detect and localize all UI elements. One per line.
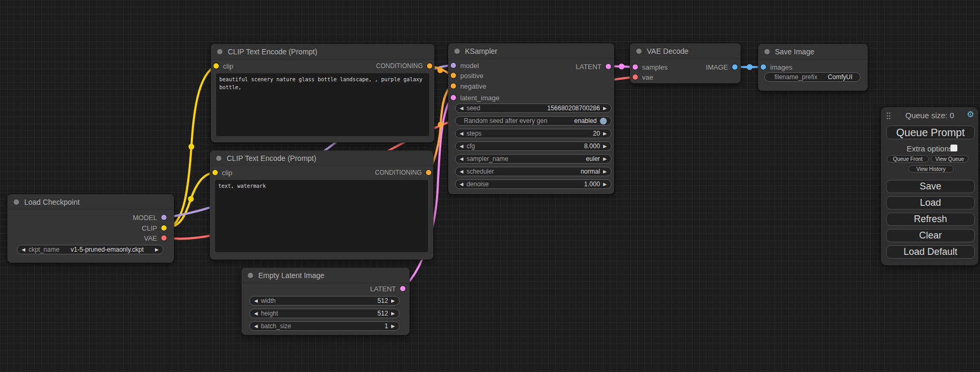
extra-options-label: Extra options: [881, 144, 978, 153]
model-output-port[interactable]: [161, 215, 167, 220]
output-label: CONDITIONING: [376, 62, 423, 70]
collapse-dot-icon[interactable]: [764, 49, 770, 54]
node-clip-text-encode-positive[interactable]: CLIP Text Encode (Prompt) clip CONDITION…: [211, 44, 434, 142]
link-dot-clip-1[interactable]: [189, 144, 195, 150]
height-widget[interactable]: ◀ height 512 ▶: [249, 309, 400, 318]
latent-output-port[interactable]: [400, 286, 405, 291]
decrement-arrow-icon[interactable]: ◀: [460, 131, 463, 136]
collapse-dot-icon[interactable]: [216, 156, 221, 161]
samples-input-port[interactable]: [633, 64, 638, 70]
vae-input-port[interactable]: [633, 74, 638, 80]
increment-arrow-icon[interactable]: ▶: [603, 169, 607, 174]
increment-arrow-icon[interactable]: ▶: [391, 324, 395, 329]
collapse-dot-icon[interactable]: [454, 49, 460, 54]
node-ksampler[interactable]: KSampler model positive negative latent_…: [448, 43, 614, 194]
increment-arrow-icon[interactable]: ▶: [603, 157, 607, 161]
decrement-arrow-icon[interactable]: ◀: [22, 247, 25, 252]
extra-options-checkbox[interactable]: [950, 145, 957, 151]
cfg-widget[interactable]: ◀ cfg 8.000 ▶: [455, 141, 612, 151]
increment-arrow-icon[interactable]: ▶: [603, 182, 607, 187]
increment-arrow-icon[interactable]: ▶: [155, 247, 159, 252]
node-title-bar[interactable]: CLIP Text Encode (Prompt): [211, 44, 434, 60]
node-load-checkpoint[interactable]: Load Checkpoint MODEL CLIP VAE ◀ ckpt_na…: [7, 194, 174, 263]
decrement-arrow-icon[interactable]: ◀: [254, 311, 258, 316]
link-dot-image[interactable]: [747, 64, 753, 70]
model-input-port[interactable]: [451, 63, 456, 68]
seed-widget[interactable]: ◀ seed 156680208700286 ▶: [455, 103, 612, 113]
node-title: Empty Latent Image: [258, 271, 324, 280]
collapse-dot-icon[interactable]: [248, 273, 253, 278]
node-title-bar[interactable]: VAE Decode: [630, 43, 741, 59]
images-input-port[interactable]: [761, 64, 766, 70]
node-title-bar[interactable]: Save Image: [758, 44, 868, 60]
denoise-widget[interactable]: ◀ denoise 1.000 ▶: [455, 179, 612, 189]
toggle-dot-icon[interactable]: [600, 118, 607, 125]
decrement-arrow-icon[interactable]: ◀: [460, 144, 463, 149]
node-vae-decode[interactable]: VAE Decode samples vae IMAGE: [630, 43, 741, 83]
link-dot-clip-2[interactable]: [188, 196, 194, 202]
collapse-dot-icon[interactable]: [636, 49, 642, 54]
random-seed-toggle-widget[interactable]: Random seed after every gen enabled: [455, 116, 612, 126]
conditioning-output-port[interactable]: [427, 63, 432, 69]
node-title: CLIP Text Encode (Prompt): [228, 47, 317, 56]
clip-output-port[interactable]: [161, 225, 167, 231]
link-dot-conditioning-2[interactable]: [438, 122, 444, 128]
negative-input-port[interactable]: [451, 83, 456, 89]
increment-arrow-icon[interactable]: ▶: [391, 299, 395, 303]
increment-arrow-icon[interactable]: ▶: [603, 106, 607, 111]
clip-input-port[interactable]: [214, 63, 219, 69]
batch-size-widget[interactable]: ◀ batch_size 1 ▶: [249, 321, 400, 331]
save-button[interactable]: Save: [886, 180, 975, 193]
node-title-bar[interactable]: KSampler: [448, 43, 614, 59]
node-title-bar[interactable]: Empty Latent Image: [241, 268, 410, 283]
node-save-image[interactable]: Save Image images filename_prefix ComfyU…: [758, 44, 868, 91]
decrement-arrow-icon[interactable]: ◀: [460, 169, 463, 174]
clear-button[interactable]: Clear: [886, 229, 975, 242]
drag-handle-icon[interactable]: [886, 112, 891, 120]
refresh-button[interactable]: Refresh: [886, 213, 975, 226]
decrement-arrow-icon[interactable]: ◀: [254, 324, 258, 329]
load-default-button[interactable]: Load Default: [886, 245, 975, 259]
decrement-arrow-icon[interactable]: ◀: [460, 157, 463, 161]
steps-widget[interactable]: ◀ steps 20 ▶: [455, 129, 612, 138]
node-title-bar[interactable]: Load Checkpoint: [7, 194, 174, 210]
width-widget[interactable]: ◀ width 512 ▶: [249, 296, 400, 306]
increment-arrow-icon[interactable]: ▶: [603, 144, 607, 149]
prompt-textarea[interactable]: beautiful scenery nature glass bottle la…: [216, 73, 429, 136]
link-dot-conditioning-1[interactable]: [438, 68, 443, 73]
load-button[interactable]: Load: [886, 196, 975, 209]
node-title: Save Image: [775, 47, 814, 56]
comfyui-canvas[interactable]: { "icons": { "left_arrow": "◀", "right_a…: [0, 0, 980, 372]
node-clip-text-encode-negative[interactable]: CLIP Text Encode (Prompt) clip CONDITION…: [210, 150, 433, 260]
collapse-dot-icon[interactable]: [217, 49, 222, 54]
output-label: CLIP: [142, 224, 157, 232]
decrement-arrow-icon[interactable]: ◀: [460, 182, 463, 187]
node-title-bar[interactable]: CLIP Text Encode (Prompt): [210, 150, 433, 166]
output-label: LATENT: [370, 285, 396, 293]
vae-output-port[interactable]: [161, 235, 167, 241]
collapse-dot-icon[interactable]: [14, 199, 19, 205]
decrement-arrow-icon[interactable]: ◀: [254, 299, 258, 303]
positive-input-port[interactable]: [451, 73, 456, 78]
gear-icon[interactable]: ⚙: [967, 109, 974, 119]
link-dot-latent[interactable]: [619, 64, 625, 70]
ckpt-name-widget[interactable]: ◀ ckpt_name v1-5-pruned-emaonly.ckpt ▶: [17, 245, 163, 254]
queue-prompt-button[interactable]: Queue Prompt: [886, 126, 975, 139]
increment-arrow-icon[interactable]: ▶: [603, 131, 607, 136]
scheduler-widget[interactable]: ◀ scheduler normal ▶: [455, 167, 612, 176]
output-label: IMAGE: [706, 63, 728, 71]
latent-image-input-port[interactable]: [451, 95, 456, 100]
decrement-arrow-icon[interactable]: ◀: [460, 106, 463, 111]
filename-prefix-widget[interactable]: filename_prefix ComfyUI: [764, 72, 860, 82]
clip-input-port[interactable]: [212, 170, 218, 175]
latent-output-port[interactable]: [606, 64, 611, 69]
increment-arrow-icon[interactable]: ▶: [391, 311, 395, 316]
sampler-name-widget[interactable]: ◀ sampler_name euler ▶: [455, 154, 612, 164]
node-empty-latent-image[interactable]: Empty Latent Image LATENT ◀ width 512 ▶ …: [241, 268, 410, 335]
conditioning-output-port[interactable]: [426, 170, 431, 175]
queue-front-button[interactable]: Queue Front: [887, 155, 929, 163]
view-history-button[interactable]: View History: [908, 165, 954, 173]
image-output-port[interactable]: [732, 64, 738, 70]
view-queue-button[interactable]: View Queue: [931, 155, 968, 163]
prompt-textarea[interactable]: text, watermark: [215, 180, 428, 252]
